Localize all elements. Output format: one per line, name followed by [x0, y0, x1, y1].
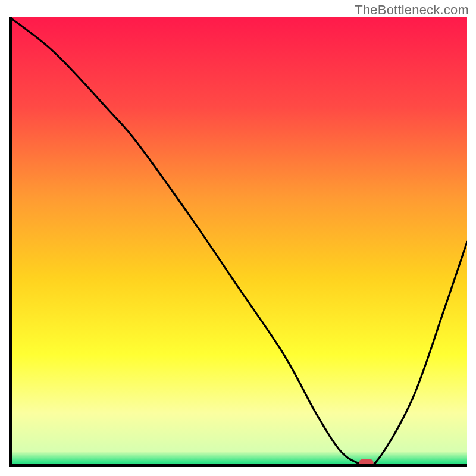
watermark-text: TheBottleneck.com — [355, 2, 469, 18]
chart-stage: TheBottleneck.com — [0, 0, 476, 476]
axes-frame — [9, 17, 467, 467]
